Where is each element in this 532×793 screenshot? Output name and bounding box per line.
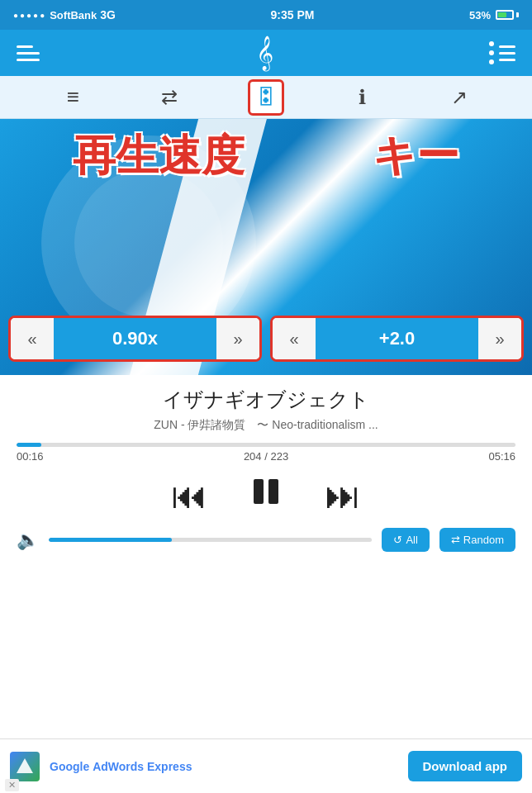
- repeat-label: All: [406, 534, 417, 546]
- track-counter: 204 / 223: [244, 450, 288, 463]
- app-logo: 𝄞: [256, 36, 273, 70]
- overlay-labels: 再生速度 キー: [0, 127, 532, 185]
- song-info: イザナギオブジェクト ZUN - 伊弉諸物質 〜 Neo-traditional…: [0, 375, 532, 439]
- ad-brand: Google: [50, 760, 89, 773]
- toolbar: ≡ ⇄ 🎛 ℹ ↗: [0, 76, 532, 119]
- speed-increase-button[interactable]: »: [216, 318, 259, 359]
- progress-times: 00:16 204 / 223 05:16: [17, 447, 515, 466]
- total-time: 05:16: [488, 450, 515, 463]
- player-controls: ⏮ ⏭: [0, 466, 532, 528]
- status-bar: ●●●●● SoftBank 3G 9:35 PM 53%: [0, 0, 532, 30]
- song-subtitle: ZUN - 伊弉諸物質 〜 Neo-traditionalism ...: [17, 418, 515, 433]
- speed-value: 0.90x: [54, 318, 216, 359]
- info-button[interactable]: ℹ: [344, 79, 381, 116]
- repeat-button[interactable]: ↺ All: [382, 528, 429, 552]
- pause-button[interactable]: [249, 474, 283, 516]
- ad-text: Google AdWords Express: [50, 760, 398, 773]
- volume-icon: 🔈: [17, 529, 39, 551]
- key-label: キー: [373, 127, 459, 185]
- repeat-icon: ↺: [393, 534, 402, 546]
- album-area: 再生速度 キー « 0.90x » « +2.0 »: [0, 119, 532, 375]
- speed-key-controls: « 0.90x » « +2.0 »: [0, 316, 532, 362]
- status-right: 53%: [469, 9, 519, 21]
- battery-percent: 53%: [469, 9, 491, 21]
- progress-area: 00:16 204 / 223 05:16: [0, 439, 532, 466]
- download-app-button[interactable]: Download app: [408, 751, 523, 781]
- ad-service: AdWords Express: [93, 760, 192, 773]
- svg-marker-2: [17, 758, 33, 773]
- song-title: イザナギオブジェクト: [17, 387, 515, 413]
- network-label: 3G: [100, 8, 116, 21]
- key-increase-button[interactable]: »: [478, 318, 521, 359]
- speed-label: 再生速度: [73, 127, 245, 185]
- volume-slider[interactable]: [49, 538, 372, 542]
- repeat-mode-button[interactable]: ⇄: [151, 79, 188, 116]
- share-button[interactable]: ↗: [441, 79, 477, 116]
- key-decrease-button[interactable]: «: [273, 318, 316, 359]
- ad-logo: [10, 752, 40, 781]
- header-nav: 𝄞: [0, 30, 532, 76]
- speed-key-button[interactable]: 🎛: [248, 79, 284, 116]
- volume-row: 🔈 ↺ All ⇄ Random: [0, 528, 532, 552]
- signal-dots: ●●●●●: [13, 11, 46, 20]
- battery-icon: [496, 10, 519, 20]
- key-control-box: « +2.0 »: [270, 316, 524, 362]
- random-label: Random: [463, 534, 504, 546]
- sort-button[interactable]: ≡: [55, 79, 91, 116]
- speed-control-box: « 0.90x »: [8, 316, 262, 362]
- carrier-label: SoftBank: [50, 9, 97, 21]
- random-icon: ⇄: [451, 534, 460, 546]
- volume-fill: [49, 538, 172, 542]
- random-button[interactable]: ⇄ Random: [439, 528, 515, 552]
- list-menu-icon[interactable]: [489, 41, 515, 64]
- current-time: 00:16: [17, 450, 44, 463]
- status-left: ●●●●● SoftBank 3G: [13, 8, 116, 21]
- time-label: 9:35 PM: [271, 8, 315, 21]
- prev-button[interactable]: ⏮: [171, 477, 207, 514]
- ad-close-button[interactable]: ✕: [5, 779, 19, 791]
- speed-decrease-button[interactable]: «: [11, 318, 54, 359]
- ad-banner: Google AdWords Express Download app ✕: [0, 738, 532, 793]
- key-value: +2.0: [316, 318, 478, 359]
- hamburger-menu-icon[interactable]: [17, 45, 40, 61]
- next-button[interactable]: ⏭: [325, 477, 361, 514]
- svg-rect-0: [254, 479, 264, 504]
- svg-rect-1: [268, 479, 278, 504]
